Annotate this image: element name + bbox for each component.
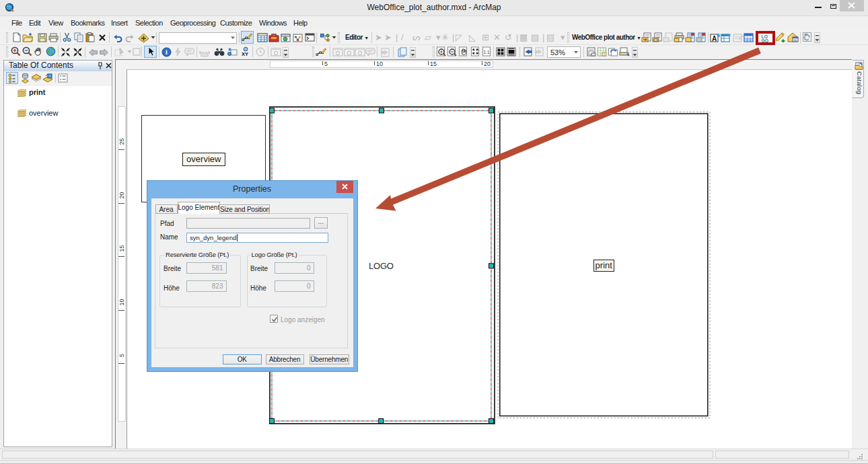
svg-text:A: A xyxy=(712,35,717,42)
svg-text:GO: GO xyxy=(762,38,769,43)
svg-text:1:1: 1:1 xyxy=(483,50,489,54)
svg-text:XY: XY xyxy=(242,51,248,57)
svg-text:i: i xyxy=(166,48,168,56)
